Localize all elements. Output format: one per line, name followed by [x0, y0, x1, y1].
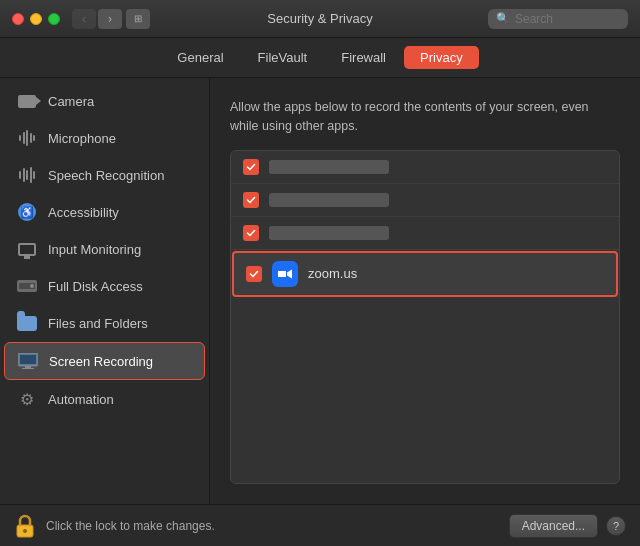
sidebar-label-automation: Automation [48, 392, 114, 407]
window-title: Security & Privacy [267, 11, 372, 26]
gear-icon: ⚙ [16, 388, 38, 410]
tab-general[interactable]: General [161, 46, 239, 69]
maximize-button[interactable] [48, 13, 60, 25]
app-name-bar-3 [269, 226, 389, 240]
sidebar-item-screen-recording[interactable]: Screen Recording [4, 342, 205, 380]
checkbox-app1[interactable] [243, 159, 259, 175]
accessibility-icon: ♿ [16, 201, 38, 223]
sidebar-item-input-monitoring[interactable]: Input Monitoring [4, 231, 205, 267]
app-name-bar-1 [269, 160, 389, 174]
advanced-button[interactable]: Advanced... [509, 514, 598, 538]
microphone-icon [16, 127, 38, 149]
checkbox-app3[interactable] [243, 225, 259, 241]
app-row-zoom: zoom.us [232, 251, 618, 297]
minimize-button[interactable] [30, 13, 42, 25]
right-panel: Allow the apps below to record the conte… [210, 78, 640, 504]
description-text: Allow the apps below to record the conte… [230, 98, 610, 136]
traffic-lights [12, 13, 60, 25]
app-list: zoom.us [230, 150, 620, 485]
sidebar: Camera Microphone [0, 78, 210, 504]
lock-text: Click the lock to make changes. [46, 519, 215, 533]
main-content: Camera Microphone [0, 78, 640, 504]
sidebar-label-microphone: Microphone [48, 131, 116, 146]
grid-button[interactable]: ⊞ [126, 9, 150, 29]
search-box[interactable]: 🔍 [488, 9, 628, 29]
nav-arrows: ‹ › [72, 9, 122, 29]
sidebar-item-microphone[interactable]: Microphone [4, 120, 205, 156]
bottom-right-buttons: Advanced... ? [509, 514, 626, 538]
search-input[interactable] [515, 12, 620, 26]
forward-button[interactable]: › [98, 9, 122, 29]
tab-firewall[interactable]: Firewall [325, 46, 402, 69]
svg-rect-6 [22, 368, 34, 369]
sidebar-label-files: Files and Folders [48, 316, 148, 331]
close-button[interactable] [12, 13, 24, 25]
svg-point-9 [23, 529, 27, 533]
tab-filevault[interactable]: FileVault [242, 46, 324, 69]
sidebar-item-files-and-folders[interactable]: Files and Folders [4, 305, 205, 341]
speech-icon [16, 164, 38, 186]
back-button[interactable]: ‹ [72, 9, 96, 29]
app-row-3 [231, 217, 619, 250]
sidebar-item-accessibility[interactable]: ♿ Accessibility [4, 194, 205, 230]
app-row-1 [231, 151, 619, 184]
sidebar-item-automation[interactable]: ⚙ Automation [4, 381, 205, 417]
search-icon: 🔍 [496, 12, 510, 25]
sidebar-label-screen-recording: Screen Recording [49, 354, 153, 369]
sidebar-label-input-monitoring: Input Monitoring [48, 242, 141, 257]
sidebar-item-full-disk-access[interactable]: Full Disk Access [4, 268, 205, 304]
monitor-icon [17, 350, 39, 372]
tabs-bar: General FileVault Firewall Privacy [0, 38, 640, 78]
input-monitor-icon [16, 238, 38, 260]
lock-area: Click the lock to make changes. [14, 513, 215, 539]
app-name-bar-2 [269, 193, 389, 207]
sidebar-label-speech: Speech Recognition [48, 168, 164, 183]
checkbox-app2[interactable] [243, 192, 259, 208]
sidebar-label-accessibility: Accessibility [48, 205, 119, 220]
disk-icon [16, 275, 38, 297]
sidebar-item-speech-recognition[interactable]: Speech Recognition [4, 157, 205, 193]
checkbox-zoom[interactable] [246, 266, 262, 282]
titlebar: ‹ › ⊞ Security & Privacy 🔍 [0, 0, 640, 38]
app-row-2 [231, 184, 619, 217]
sidebar-item-camera[interactable]: Camera [4, 83, 205, 119]
sidebar-label-camera: Camera [48, 94, 94, 109]
camera-icon [16, 90, 38, 112]
zoom-app-icon [272, 261, 298, 287]
svg-rect-4 [20, 355, 36, 364]
tab-privacy[interactable]: Privacy [404, 46, 479, 69]
bottom-bar: Click the lock to make changes. Advanced… [0, 504, 640, 546]
folder-icon [16, 312, 38, 334]
zoom-app-label: zoom.us [308, 266, 357, 281]
sidebar-label-full-disk: Full Disk Access [48, 279, 143, 294]
svg-point-2 [30, 284, 34, 288]
help-button[interactable]: ? [606, 516, 626, 536]
svg-rect-5 [25, 366, 31, 368]
lock-icon[interactable] [14, 513, 36, 539]
